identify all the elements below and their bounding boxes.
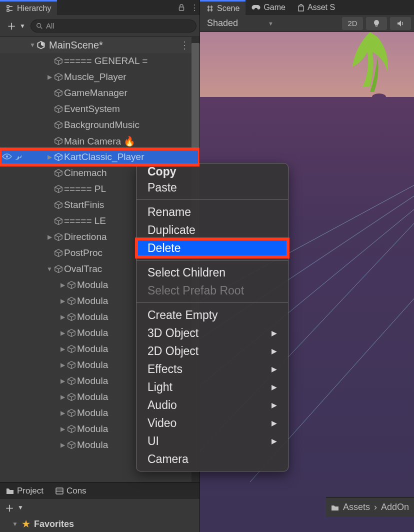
context-menu-item-label: Paste: [148, 181, 177, 194]
bottom-tab-bar: Project Cons: [0, 482, 200, 499]
context-menu-item[interactable]: 3D Object: [136, 324, 288, 342]
context-menu-item-label: Rename: [148, 206, 191, 219]
context-menu-item-label: Select Prefab Root: [148, 284, 244, 298]
scene-tab[interactable]: Scene: [200, 0, 246, 15]
gameobject-icon: [53, 168, 64, 178]
search-icon: [36, 22, 43, 30]
visibility-icons[interactable]: [2, 153, 23, 161]
console-tab-label: Cons: [66, 486, 86, 496]
expand-toggle[interactable]: ▼: [46, 266, 53, 272]
gameobject-icon: [66, 296, 77, 306]
context-menu-item[interactable]: Paste: [136, 178, 288, 196]
context-menu-item[interactable]: Select Children: [136, 264, 288, 282]
svg-rect-0: [7, 6, 9, 8]
hierarchy-item-label: StartFinis: [64, 200, 104, 210]
expand-toggle[interactable]: ▶: [59, 282, 66, 288]
hierarchy-item[interactable]: GameManager: [0, 85, 200, 101]
gameobject-icon: [53, 104, 64, 114]
create-dropdown[interactable]: ＋▼: [3, 17, 28, 34]
hierarchy-toolbar: ＋▼ All: [0, 15, 200, 37]
expand-toggle[interactable]: ▼: [29, 42, 36, 48]
gameobject-icon: [66, 360, 77, 370]
context-menu-item[interactable]: Effects: [136, 360, 288, 378]
gameobject-icon: [53, 136, 64, 146]
context-menu-item[interactable]: Light: [136, 378, 288, 396]
context-menu-item[interactable]: Rename: [136, 203, 288, 221]
expand-toggle[interactable]: ▶: [59, 410, 66, 416]
context-menu-item-label: Video: [148, 416, 176, 430]
scene-menu-icon[interactable]: ⋮: [178, 39, 190, 51]
shading-dropdown[interactable]: Shaded ▼: [203, 18, 278, 28]
svg-point-3: [37, 23, 41, 27]
gameobject-icon: [53, 184, 64, 194]
assets-breadcrumb[interactable]: Assets › AddOn: [326, 497, 414, 517]
context-menu-item-label: Delete: [148, 242, 180, 255]
chevron-right-icon: ›: [374, 502, 377, 512]
context-menu-item[interactable]: Delete: [136, 239, 288, 257]
gameobject-icon: [53, 120, 64, 130]
hierarchy-item-label: Modula: [77, 328, 108, 338]
expand-toggle[interactable]: ▶: [59, 298, 66, 304]
project-tab[interactable]: Project: [0, 484, 50, 498]
hierarchy-item[interactable]: ===== GENERAL =: [0, 53, 200, 69]
project-create-dropdown[interactable]: ＋▼: [0, 499, 200, 516]
gameobject-icon: [53, 248, 64, 258]
context-menu-item[interactable]: Duplicate: [136, 221, 288, 239]
expand-toggle[interactable]: ▶: [59, 314, 66, 320]
context-menu-item-label: Create Empty: [148, 308, 218, 322]
gameobject-icon: [53, 152, 64, 162]
expand-toggle[interactable]: ▶: [46, 234, 53, 240]
gameobject-icon: [53, 232, 64, 242]
breadcrumb-next[interactable]: AddOn: [381, 502, 409, 512]
expand-toggle[interactable]: ▶: [46, 74, 53, 80]
hierarchy-list-icon: [6, 4, 14, 12]
panel-menu-icon[interactable]: ⋮: [188, 3, 200, 12]
context-menu-item[interactable]: Create Empty: [136, 306, 288, 324]
expand-toggle[interactable]: ▶: [59, 442, 66, 448]
expand-toggle[interactable]: ▶: [59, 346, 66, 352]
lock-icon[interactable]: [176, 4, 188, 12]
gameobject-icon: [66, 408, 77, 418]
expand-toggle[interactable]: ▶: [59, 426, 66, 432]
gameobject-icon: [66, 312, 77, 322]
context-menu-item[interactable]: Audio: [136, 396, 288, 414]
expand-toggle[interactable]: ▶: [59, 378, 66, 384]
expand-toggle[interactable]: ▶: [46, 154, 53, 160]
asset-store-tab-label: Asset S: [308, 3, 335, 12]
hierarchy-item[interactable]: BackgroundMusic: [0, 117, 200, 133]
console-tab[interactable]: Cons: [50, 484, 92, 498]
scene-tab-label: Scene: [217, 4, 240, 13]
expand-toggle[interactable]: ▶: [59, 330, 66, 336]
hierarchy-item-label: KartClassic_Player: [64, 152, 144, 162]
expand-toggle[interactable]: ▼: [12, 520, 18, 528]
hierarchy-item[interactable]: Main Camera 🔥: [0, 133, 200, 149]
hierarchy-item[interactable]: ▶KartClassic_Player: [0, 149, 200, 165]
console-icon: [56, 488, 64, 494]
hierarchy-item-label: ===== GENERAL =: [64, 56, 148, 66]
context-menu-item[interactable]: Video: [136, 414, 288, 432]
audio-toggle[interactable]: [390, 17, 411, 30]
hierarchy-search[interactable]: All: [30, 20, 196, 32]
scene-row[interactable]: ▼ MainScene* ⋮: [0, 37, 200, 53]
toggle-2d-button[interactable]: 2D: [342, 17, 363, 30]
expand-toggle[interactable]: ▶: [59, 394, 66, 400]
asset-store-tab[interactable]: Asset S: [292, 0, 341, 15]
context-menu-item[interactable]: UI: [136, 432, 288, 450]
hierarchy-item[interactable]: EventSystem: [0, 101, 200, 117]
context-menu[interactable]: CopyPasteRenameDuplicateDeleteSelect Chi…: [136, 163, 288, 472]
hierarchy-item-label: Modula: [77, 408, 108, 418]
context-menu-item[interactable]: Camera: [136, 450, 288, 468]
lighting-toggle[interactable]: [366, 17, 387, 30]
breadcrumb-root[interactable]: Assets: [343, 502, 370, 512]
game-tab[interactable]: Game: [246, 0, 292, 15]
context-menu-item[interactable]: 2D Object: [136, 342, 288, 360]
context-menu-item[interactable]: Copy: [136, 166, 288, 178]
hierarchy-tab[interactable]: Hierarchy: [0, 0, 57, 15]
hierarchy-item[interactable]: ▶Muscle_Player: [0, 69, 200, 85]
context-menu-separator: [136, 200, 288, 200]
folder-icon: [331, 504, 339, 511]
expand-toggle[interactable]: ▶: [59, 362, 66, 368]
context-menu-item-label: Camera: [148, 452, 188, 466]
favorites-row[interactable]: ▼ ★ Favorites: [0, 516, 200, 532]
context-menu-item-label: 2D Object: [148, 344, 198, 358]
